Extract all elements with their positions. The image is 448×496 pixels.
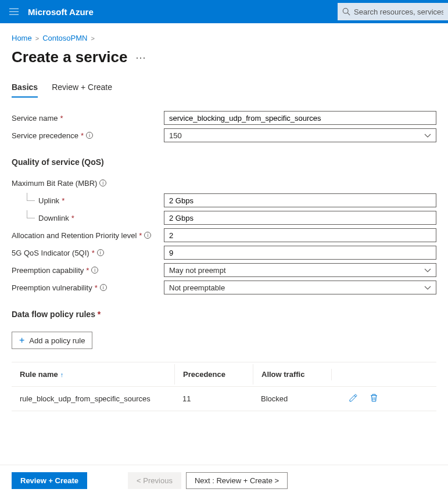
breadcrumb: Home > ContosoPMN > bbox=[12, 34, 436, 42]
info-icon[interactable]: i bbox=[86, 132, 93, 139]
svg-line-1 bbox=[347, 13, 350, 15]
label-uplink: Uplink* bbox=[12, 195, 164, 206]
cell-rule-name: rule_block_udp_from_specific_sources bbox=[12, 389, 174, 409]
downlink-input[interactable] bbox=[164, 211, 436, 225]
label-preempt-vul: Preemption vulnerability* i bbox=[12, 282, 164, 293]
info-icon[interactable]: i bbox=[91, 267, 98, 274]
label-mbr: Maximum Bit Rate (MBR) i bbox=[12, 178, 164, 189]
chevron-right-icon: > bbox=[91, 35, 94, 42]
svg-point-0 bbox=[343, 8, 348, 13]
preempt-cap-select[interactable]: May not preempt bbox=[164, 263, 436, 277]
tab-review-create[interactable]: Review + Create bbox=[52, 82, 112, 98]
chevron-right-icon: > bbox=[35, 35, 39, 42]
info-icon[interactable]: i bbox=[100, 284, 107, 291]
fiveqi-input[interactable] bbox=[164, 246, 436, 260]
sort-up-icon: ↑ bbox=[60, 371, 64, 378]
col-precedence[interactable]: Precedence bbox=[174, 364, 253, 384]
search-icon bbox=[342, 8, 350, 16]
service-precedence-select[interactable]: 150 bbox=[164, 128, 436, 142]
service-name-input[interactable] bbox=[164, 111, 436, 125]
global-search-input[interactable]: Search resources, services, and bbox=[338, 3, 448, 20]
breadcrumb-home[interactable]: Home bbox=[12, 34, 32, 42]
chevron-down-icon bbox=[424, 283, 431, 292]
tabs: Basics Review + Create bbox=[12, 82, 436, 98]
qos-heading: Quality of service (QoS) bbox=[12, 157, 436, 167]
label-service-precedence: Service precedence* i bbox=[12, 130, 164, 141]
plus-icon: + bbox=[19, 336, 24, 345]
cell-precedence: 11 bbox=[174, 389, 253, 409]
info-icon[interactable]: i bbox=[99, 179, 106, 186]
label-5qi: 5G QoS Indicator (5QI)* i bbox=[12, 247, 164, 258]
add-policy-rule-button[interactable]: + Add a policy rule bbox=[12, 332, 92, 349]
preempt-vul-select[interactable]: Not preemptable bbox=[164, 281, 436, 294]
cell-allow: Blocked bbox=[253, 389, 331, 409]
info-icon[interactable]: i bbox=[97, 249, 104, 256]
col-allow-traffic[interactable]: Allow traffic bbox=[253, 364, 331, 384]
info-icon[interactable]: i bbox=[144, 232, 151, 239]
uplink-input[interactable] bbox=[164, 193, 436, 207]
breadcrumb-parent[interactable]: ContosoPMN bbox=[42, 34, 87, 42]
top-navbar: Microsoft Azure Search resources, servic… bbox=[0, 0, 448, 23]
chevron-down-icon bbox=[424, 266, 431, 275]
label-preempt-cap: Preemption capability* i bbox=[12, 265, 164, 276]
tab-basics[interactable]: Basics bbox=[12, 82, 38, 98]
arp-input[interactable] bbox=[164, 228, 436, 242]
label-service-name: Service name* bbox=[12, 113, 164, 124]
edit-icon[interactable] bbox=[349, 393, 358, 404]
table-header: Rule name↑ Precedence Allow traffic bbox=[12, 362, 436, 387]
brand-label: Microsoft Azure bbox=[28, 7, 94, 17]
label-arp: Allocation and Retention Priority level*… bbox=[12, 230, 164, 241]
search-placeholder: Search resources, services, and bbox=[354, 8, 443, 16]
table-row: rule_block_udp_from_specific_sources 11 … bbox=[12, 387, 436, 411]
label-downlink: Downlink* bbox=[12, 213, 164, 224]
chevron-down-icon bbox=[424, 131, 431, 140]
policy-rules-table: Rule name↑ Precedence Allow traffic rule… bbox=[12, 362, 436, 411]
hamburger-menu-icon[interactable] bbox=[5, 0, 23, 23]
page-title: Create a service bbox=[12, 48, 127, 66]
col-rule-name[interactable]: Rule name↑ bbox=[12, 364, 174, 384]
more-actions-icon[interactable]: ⋯ bbox=[135, 51, 147, 64]
delete-icon[interactable] bbox=[370, 393, 378, 404]
page-body: Home > ContosoPMN > Create a service ⋯ B… bbox=[0, 23, 448, 452]
dfpr-heading: Data flow policy rules * bbox=[12, 310, 436, 319]
